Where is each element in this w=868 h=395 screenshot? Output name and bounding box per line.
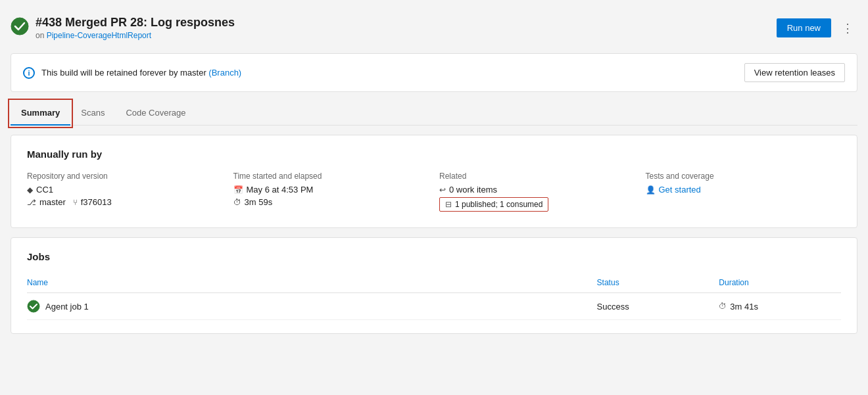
get-started-link[interactable]: Get started (659, 185, 701, 195)
banner-left: i This build will be retained forever by… (23, 67, 241, 79)
duration-inner: ⏱ 3m 41s (719, 302, 841, 312)
kebab-menu-button[interactable]: ⋮ (838, 18, 857, 38)
jobs-title: Jobs (27, 251, 841, 262)
commit-icon: ⑂ (73, 198, 78, 207)
jobs-table: Name Status Duration Agent job 1 (27, 274, 841, 320)
header-title-block: #438 Merged PR 28: Log resposnes on Pipe… (36, 16, 235, 40)
header-left: #438 Merged PR 28: Log resposnes on Pipe… (11, 16, 235, 40)
repo-column: Repository and version ◆ CC1 ⎇ master ⑂ … (27, 172, 223, 214)
repo-name-row: ◆ CC1 (27, 185, 223, 195)
workitems-text: 0 work items (449, 185, 497, 195)
subtitle-prefix: on (36, 31, 47, 40)
job-name: Agent job 1 (45, 302, 89, 312)
get-started-row: 👤 Get started (646, 185, 842, 195)
person-icon: 👤 (646, 185, 656, 195)
banner-text-before: This build will be retained forever by m… (41, 68, 208, 78)
branch-link[interactable]: (Branch) (208, 68, 241, 78)
tab-summary[interactable]: Summary (11, 101, 70, 126)
time-column: Time started and elapsed 📅 May 6 at 4:53… (233, 172, 429, 214)
job-duration: 3m 41s (730, 302, 758, 312)
branch-row: ⎇ master ⑂ f376013 (27, 197, 223, 207)
artifact-icon: ⊟ (445, 200, 452, 209)
success-check-icon (11, 17, 29, 35)
calendar-icon: 📅 (233, 185, 243, 195)
table-row: Agent job 1 Success ⏱ 3m 41s (27, 293, 841, 320)
artifact-badge[interactable]: ⊟ 1 published; 1 consumed (439, 197, 548, 212)
banner-text: This build will be retained forever by m… (41, 68, 241, 78)
artifact-text: 1 published; 1 consumed (455, 200, 542, 209)
branch-name: master (39, 197, 66, 207)
run-grid: Repository and version ◆ CC1 ⎇ master ⑂ … (27, 172, 841, 214)
col-header-name: Name (27, 274, 597, 293)
artifact-row: ⊟ 1 published; 1 consumed (439, 197, 635, 212)
view-retention-leases-button[interactable]: View retention leases (744, 63, 845, 82)
page-header: #438 Merged PR 28: Log resposnes on Pipe… (11, 11, 857, 45)
related-label: Related (439, 172, 635, 181)
repo-name: CC1 (36, 185, 53, 195)
elapsed-time: 3m 59s (245, 197, 273, 207)
job-name-inner: Agent job 1 (27, 300, 597, 313)
workitems-row: ↩ 0 work items (439, 185, 635, 195)
tests-label: Tests and coverage (646, 172, 842, 181)
info-icon: i (23, 67, 35, 79)
workitems-icon: ↩ (439, 185, 446, 195)
jobs-table-header: Name Status Duration (27, 274, 841, 293)
job-success-icon (27, 300, 40, 313)
repo-icon: ◆ (27, 185, 33, 195)
col-header-duration: Duration (719, 274, 841, 293)
tab-code-coverage[interactable]: Code Coverage (115, 101, 196, 126)
time-label: Time started and elapsed (233, 172, 429, 181)
started-time: May 6 at 4:53 PM (247, 185, 314, 195)
started-row: 📅 May 6 at 4:53 PM (233, 185, 429, 195)
svg-point-0 (11, 18, 28, 35)
page-title: #438 Merged PR 28: Log resposnes (36, 16, 235, 30)
elapsed-row: ⏱ 3m 59s (233, 197, 429, 207)
job-status-cell: Success (597, 293, 719, 320)
commit-hash: f376013 (81, 197, 112, 207)
branch-icon: ⎇ (27, 198, 36, 207)
clock-icon: ⏱ (233, 198, 241, 207)
related-column: Related ↩ 0 work items ⊟ 1 published; 1 … (439, 172, 635, 214)
duration-clock-icon: ⏱ (719, 302, 727, 311)
pipeline-link[interactable]: Pipeline-CoverageHtmlReport (47, 31, 151, 40)
tab-scans[interactable]: Scans (70, 101, 115, 126)
manually-run-card: Manually run by Repository and version ◆… (11, 135, 857, 228)
job-duration-cell: ⏱ 3m 41s (719, 293, 841, 320)
jobs-card: Jobs Name Status Duration (11, 237, 857, 334)
manually-run-title: Manually run by (27, 149, 841, 160)
run-new-button[interactable]: Run new (777, 18, 831, 37)
header-right: Run new ⋮ (777, 18, 857, 38)
svg-point-1 (28, 300, 39, 312)
tabs-bar: Summary Scans Code Coverage (11, 101, 857, 126)
job-name-cell: Agent job 1 (27, 293, 597, 320)
tests-column: Tests and coverage 👤 Get started (646, 172, 842, 214)
col-header-status: Status (597, 274, 719, 293)
repo-label: Repository and version (27, 172, 223, 181)
page-subtitle: on Pipeline-CoverageHtmlReport (36, 31, 235, 40)
retention-banner: i This build will be retained forever by… (11, 53, 857, 92)
